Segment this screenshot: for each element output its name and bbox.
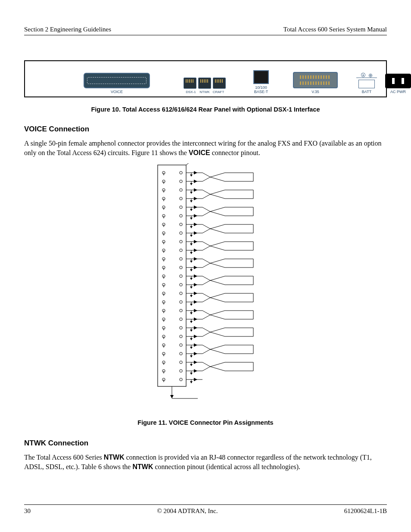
svg-point-124 [180, 301, 182, 303]
svg-marker-127 [190, 304, 193, 306]
svg-marker-63 [190, 235, 193, 237]
rj45-icon [213, 78, 226, 89]
svg-marker-31 [190, 200, 193, 202]
voice-paragraph: A single 50-pin female amphenol connecto… [24, 139, 387, 157]
svg-line-247 [210, 280, 225, 285]
svg-point-196 [180, 378, 182, 381]
svg-marker-199 [190, 381, 193, 383]
svg-line-245 [202, 280, 210, 285]
svg-marker-55 [190, 226, 193, 228]
page-footer: 30 © 2004 ADTRAN, Inc. 61200624L1-1B [24, 504, 387, 515]
ac-label: AC PWR [390, 90, 406, 94]
svg-line-210 [202, 194, 210, 199]
svg-line-230 [202, 242, 210, 246]
svg-line-1 [186, 163, 190, 165]
svg-point-4 [180, 171, 182, 174]
svg-line-211 [210, 190, 225, 194]
svg-line-274 [210, 345, 225, 349]
section-ntwk-heading: NTWK Connection [24, 439, 387, 448]
svg-marker-151 [190, 330, 193, 332]
svg-line-275 [210, 349, 225, 354]
header-right: Total Access 600 Series System Manual [283, 26, 387, 33]
svg-point-148 [180, 327, 182, 329]
svg-line-225 [210, 224, 225, 229]
svg-line-258 [202, 311, 210, 315]
footer-doc-id: 61200624L1-1B [344, 507, 387, 515]
svg-point-132 [180, 309, 182, 312]
svg-point-116 [180, 292, 182, 295]
svg-line-265 [202, 328, 210, 332]
rj45-icon [198, 78, 211, 89]
svg-line-279 [202, 362, 210, 367]
svg-marker-87 [190, 261, 193, 263]
svg-line-226 [210, 229, 225, 233]
svg-line-202 [202, 173, 210, 177]
svg-line-253 [210, 293, 225, 298]
rj-label-dsx1: DSX-1 [185, 90, 197, 94]
svg-marker-135 [190, 312, 193, 314]
svg-line-259 [202, 315, 210, 319]
ntwk-paragraph: The Total Access 600 Series NTWK connect… [24, 453, 387, 471]
ethernet-port-icon [253, 70, 269, 84]
svg-point-28 [180, 197, 182, 200]
svg-point-12 [180, 180, 182, 183]
rear-panel-figure: VOICE DSX-1 NTWK CRAFT 10/100 BASE-T [24, 60, 387, 97]
svg-line-204 [210, 173, 225, 177]
svg-line-209 [202, 190, 210, 194]
footer-page-number: 30 [24, 507, 31, 515]
svg-marker-175 [190, 355, 193, 358]
svg-line-212 [210, 194, 225, 199]
svg-marker-79 [190, 252, 193, 254]
svg-point-180 [180, 361, 182, 364]
svg-marker-47 [190, 218, 193, 220]
rj-label-ntwk: NTWK [199, 90, 211, 94]
svg-marker-159 [190, 338, 193, 340]
svg-marker-103 [190, 278, 193, 280]
svg-line-219 [210, 212, 225, 216]
svg-marker-95 [190, 269, 193, 271]
batt-block: ⦿⊕ BATT [358, 72, 375, 94]
eth-label: 10/100 BASE-T [252, 85, 270, 94]
rj-label-craft: CRAFT [212, 90, 224, 94]
svg-marker-183 [190, 364, 193, 366]
svg-line-217 [202, 212, 210, 216]
svg-line-223 [202, 224, 210, 229]
page-header: Section 2 Engineering Guidelines Total A… [24, 26, 387, 35]
ethernet-block: 10/100 BASE-T [252, 70, 270, 94]
svg-point-188 [180, 370, 182, 372]
svg-line-205 [210, 177, 225, 181]
svg-line-282 [210, 367, 225, 371]
svg-point-164 [180, 344, 182, 346]
svg-line-218 [210, 207, 225, 212]
svg-point-68 [180, 240, 182, 243]
svg-marker-15 [190, 183, 193, 185]
amphenol-connector-icon [84, 73, 150, 88]
voice-connector: VOICE [84, 73, 150, 94]
svg-point-76 [180, 249, 182, 252]
svg-marker-143 [190, 321, 193, 323]
svg-line-231 [202, 246, 210, 250]
rj45-icon [184, 78, 196, 89]
pinout-diagram-icon [156, 163, 255, 404]
v35-block: V.35 [293, 72, 338, 94]
svg-point-52 [180, 223, 182, 226]
svg-line-233 [210, 246, 225, 250]
svg-line-239 [210, 259, 225, 263]
svg-point-100 [180, 275, 182, 277]
svg-line-238 [202, 263, 210, 268]
svg-line-281 [210, 362, 225, 367]
svg-point-36 [180, 206, 182, 208]
svg-marker-111 [190, 286, 193, 289]
svg-line-244 [202, 276, 210, 280]
svg-line-260 [210, 311, 225, 315]
svg-point-172 [180, 352, 182, 355]
svg-line-252 [202, 298, 210, 302]
v35-label: V.35 [311, 90, 319, 94]
svg-point-20 [180, 189, 182, 191]
voice-pinout-figure [24, 163, 387, 404]
svg-marker-71 [190, 243, 193, 246]
v35-connector-icon [293, 72, 338, 88]
svg-line-268 [210, 332, 225, 336]
svg-line-246 [210, 276, 225, 280]
svg-line-254 [210, 298, 225, 302]
